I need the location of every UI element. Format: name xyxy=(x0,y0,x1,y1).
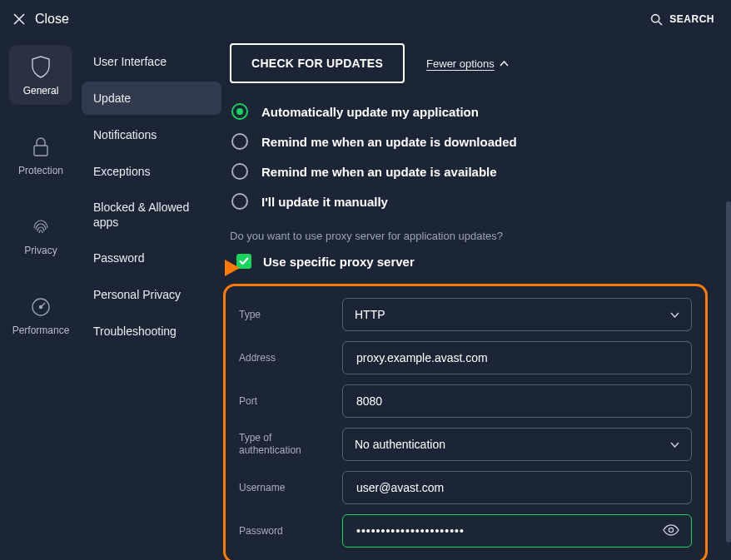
field-label-address: Address xyxy=(239,352,331,364)
gauge-icon xyxy=(30,296,52,318)
fewer-options-toggle[interactable]: Fewer options xyxy=(426,57,509,70)
update-mode-radios: Automatically update my application Remi… xyxy=(230,103,708,210)
chevron-down-icon xyxy=(670,312,679,318)
eye-icon xyxy=(663,524,679,536)
chevron-down-icon xyxy=(670,442,679,448)
search-label: SEARCH xyxy=(669,13,714,25)
field-label-password: Password xyxy=(239,525,331,538)
search-button[interactable]: SEARCH xyxy=(650,13,714,26)
proxy-auth-select[interactable]: No authentication xyxy=(342,428,692,461)
radio-manual-update[interactable]: I'll update it manually xyxy=(231,193,708,210)
check-updates-button[interactable]: CHECK FOR UPDATES xyxy=(230,43,405,83)
radio-label: I'll update it manually xyxy=(261,195,388,209)
proxy-checkbox-label: Use specific proxy server xyxy=(263,255,415,269)
subnav-item-personal-privacy[interactable]: Personal Privacy xyxy=(82,278,221,311)
subnav-item-exceptions[interactable]: Exceptions xyxy=(82,155,221,188)
subnav-item-notifications[interactable]: Notifications xyxy=(82,118,221,151)
fewer-options-label: Fewer options xyxy=(426,57,495,70)
field-label-username: Username xyxy=(239,482,331,494)
highlight-arrow-icon xyxy=(225,260,240,276)
reveal-password-button[interactable] xyxy=(663,524,679,538)
sub-nav: User Interface Update Notifications Exce… xyxy=(82,38,230,560)
select-value: HTTP xyxy=(355,308,385,321)
radio-remind-available[interactable]: Remind me when an update is available xyxy=(231,163,708,180)
close-label: Close xyxy=(35,12,69,27)
input-value[interactable] xyxy=(355,350,679,365)
proxy-question: Do you want to use proxy server for appl… xyxy=(230,230,708,242)
radio-indicator xyxy=(231,163,248,180)
input-value[interactable] xyxy=(355,480,679,495)
subnav-item-password[interactable]: Password xyxy=(82,241,221,275)
subnav-item-troubleshooting[interactable]: Troubleshooting xyxy=(82,315,221,348)
svg-point-4 xyxy=(669,528,673,532)
iconnav-label: Privacy xyxy=(24,245,57,256)
radio-indicator xyxy=(231,133,248,150)
radio-remind-downloaded[interactable]: Remind me when an update is downloaded xyxy=(231,133,708,150)
search-icon xyxy=(650,13,663,26)
iconnav-item-performance[interactable]: Performance xyxy=(9,286,72,344)
proxy-type-select[interactable]: HTTP xyxy=(342,298,692,331)
input-value[interactable] xyxy=(355,523,656,538)
radio-indicator xyxy=(231,103,248,120)
input-value[interactable] xyxy=(355,394,679,409)
fingerprint-icon xyxy=(30,216,52,238)
iconnav-label: Performance xyxy=(12,325,70,336)
topbar: Close SEARCH xyxy=(0,0,731,38)
close-icon xyxy=(13,13,25,25)
subnav-item-blocked-allowed[interactable]: Blocked & Allowed apps xyxy=(82,191,221,238)
radio-label: Remind me when an update is available xyxy=(261,165,497,179)
proxy-address-input[interactable] xyxy=(342,341,692,374)
radio-auto-update[interactable]: Automatically update my application xyxy=(231,103,708,120)
lock-icon xyxy=(32,136,50,158)
svg-rect-1 xyxy=(34,146,47,156)
radio-label: Remind me when an update is downloaded xyxy=(261,135,517,149)
subnav-item-user-interface[interactable]: User Interface xyxy=(82,45,221,78)
field-label-type: Type xyxy=(239,309,331,321)
field-label-auth: Type of authentication xyxy=(239,432,331,457)
radio-indicator xyxy=(231,193,248,210)
svg-point-3 xyxy=(40,306,42,309)
iconnav-item-protection[interactable]: Protection xyxy=(9,126,72,185)
proxy-username-input[interactable] xyxy=(342,471,692,504)
check-icon xyxy=(239,257,249,265)
field-label-port: Port xyxy=(239,395,331,408)
scrollbar[interactable] xyxy=(726,201,731,543)
chevron-up-icon xyxy=(500,61,509,67)
radio-label: Automatically update my application xyxy=(261,105,479,119)
iconnav-label: Protection xyxy=(18,165,63,176)
subnav-item-update[interactable]: Update xyxy=(82,82,221,115)
iconnav-item-privacy[interactable]: Privacy xyxy=(9,206,72,265)
icon-nav: General Protection Privacy Performance xyxy=(0,38,82,560)
close-button[interactable]: Close xyxy=(13,12,69,27)
proxy-settings-box: Type HTTP Address Port Type of aut xyxy=(223,284,708,560)
shield-icon xyxy=(31,55,51,78)
iconnav-label: General xyxy=(23,85,59,97)
main-panel: CHECK FOR UPDATES Fewer options Automati… xyxy=(230,38,731,560)
proxy-password-input[interactable] xyxy=(342,514,692,548)
proxy-port-input[interactable] xyxy=(342,384,692,418)
select-value: No authentication xyxy=(355,438,445,451)
svg-point-0 xyxy=(652,14,659,22)
iconnav-item-general[interactable]: General xyxy=(9,45,72,105)
